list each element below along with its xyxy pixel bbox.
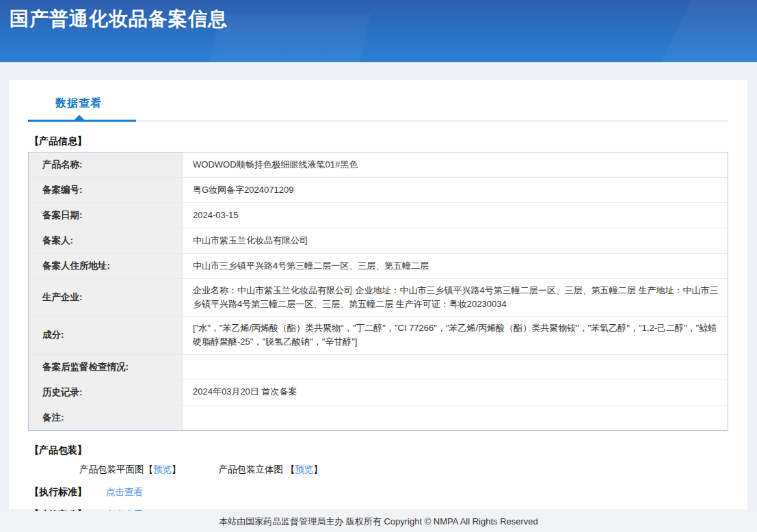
row-label: 生产企业: <box>29 279 183 316</box>
bracket: 】 <box>313 464 323 475</box>
table-row-manufacturer: 生产企业: 企业名称：中山市紫玉兰化妆品有限公司 企业地址：中山市三乡镇平兴路4… <box>29 279 728 317</box>
table-row-supervision: 备案后监督检查情况: <box>29 355 728 380</box>
table-row-filer: 备案人: 中山市紫玉兰化妆品有限公司 <box>29 228 728 254</box>
row-value: 2024-03-15 <box>183 203 728 228</box>
table-row-product-name: 产品名称: WODWOD顺畅持色极细眼线液笔01#黑色 <box>29 152 728 178</box>
row-value: 中山市紫玉兰化妆品有限公司 <box>183 228 728 253</box>
tab-data-view[interactable]: 数据查看 <box>55 96 102 111</box>
row-label: 产品名称: <box>29 152 183 177</box>
row-label: 备案人: <box>29 228 183 253</box>
table-row-remarks: 备注: <box>29 405 728 430</box>
flat-view-preview-link[interactable]: 预览 <box>153 464 172 475</box>
packaging-label: 产品包装立体图 <box>219 464 286 475</box>
row-label: 成分: <box>29 317 183 354</box>
3d-view-preview-link[interactable]: 预览 <box>295 464 313 475</box>
bracket: 【 <box>144 464 154 475</box>
bracket: 】 <box>172 464 181 475</box>
row-value: ["水"，"苯乙烯/丙烯酸（酯）类共聚物"，"丁二醇"，"CI 77266"，"… <box>183 317 728 354</box>
table-row-filer-address: 备案人住所地址: 中山市三乡镇平兴路4号第三幢二层一区、三层、第五幢二层 <box>29 254 728 279</box>
page-header: 国产普通化妆品备案信息 <box>0 0 757 62</box>
packaging-heading: 【产品包装】 <box>29 444 728 457</box>
row-value <box>183 405 728 430</box>
row-label: 历史记录: <box>29 380 183 405</box>
packaging-label: 产品包装平面图 <box>79 464 144 475</box>
execution-standard-link[interactable]: 点击查看 <box>106 486 143 498</box>
tab-bar: 数据查看 <box>28 80 728 122</box>
row-label: 备注: <box>29 405 183 430</box>
packaging-3d-view: 产品包装立体图 【预览】 <box>219 464 323 476</box>
content-card: 数据查看 【产品信息】 产品名称: WODWOD顺畅持色极细眼线液笔01#黑色 … <box>9 80 747 509</box>
row-value: 企业名称：中山市紫玉兰化妆品有限公司 企业地址：中山市三乡镇平兴路4号第三幢二层… <box>183 279 728 316</box>
execution-standard-label: 【执行标准】 <box>29 486 87 498</box>
tab-active-underline <box>28 120 136 122</box>
packaging-row: 产品包装平面图【预览】 产品包装立体图 【预览】 <box>28 464 728 476</box>
table-row-filing-number: 备案编号: 粤G妆网备字2024071209 <box>29 178 728 203</box>
row-value <box>183 355 728 380</box>
page-title: 国产普通化妆品备案信息 <box>0 0 757 32</box>
table-row-filing-date: 备案日期: 2024-03-15 <box>29 203 728 228</box>
row-value: 粤G妆网备字2024071209 <box>183 178 728 202</box>
row-value: WODWOD顺畅持色极细眼线液笔01#黑色 <box>183 152 728 177</box>
execution-standard-row: 【执行标准】 点击查看 <box>28 486 728 498</box>
row-label: 备案人住所地址: <box>29 254 183 278</box>
row-value: 中山市三乡镇平兴路4号第三幢二层一区、三层、第五幢二层 <box>183 254 728 278</box>
product-info-heading: 【产品信息】 <box>29 135 728 148</box>
tab-active-indicator-icon <box>75 115 84 120</box>
bracket: 【 <box>286 464 295 475</box>
tab-underline <box>28 120 728 122</box>
copyright-text: 本站由国家药品监督管理局主办 版权所有 Copyright © NMPA All… <box>219 516 538 527</box>
product-info-table: 产品名称: WODWOD顺畅持色极细眼线液笔01#黑色 备案编号: 粤G妆网备字… <box>28 152 728 431</box>
row-label: 备案日期: <box>29 203 183 228</box>
row-label: 备案后监督检查情况: <box>29 355 183 380</box>
row-value: 2024年03月20日 首次备案 <box>183 380 728 405</box>
table-row-history: 历史记录: 2024年03月20日 首次备案 <box>29 380 728 405</box>
page-footer: 本站由国家药品监督管理局主办 版权所有 Copyright © NMPA All… <box>0 511 757 532</box>
packaging-flat-view: 产品包装平面图【预览】 <box>79 464 181 476</box>
row-label: 备案编号: <box>29 178 183 202</box>
table-row-ingredients: 成分: ["水"，"苯乙烯/丙烯酸（酯）类共聚物"，"丁二醇"，"CI 7726… <box>29 317 728 354</box>
